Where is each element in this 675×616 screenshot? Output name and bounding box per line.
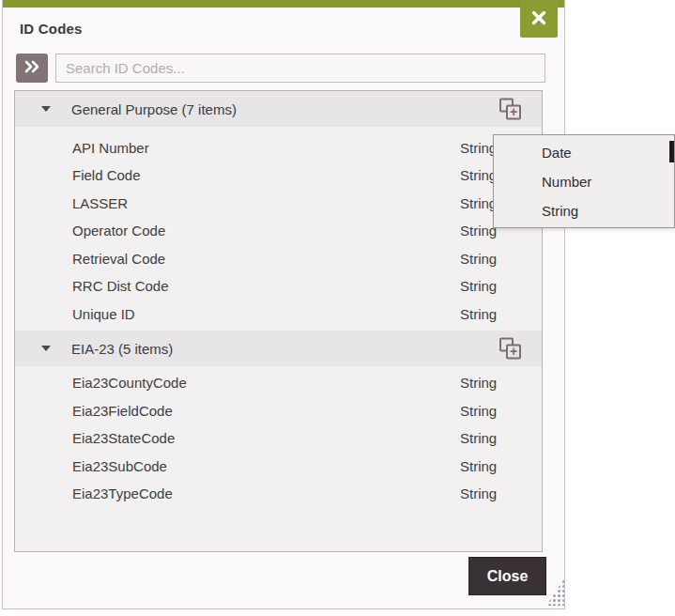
list-item[interactable]: Eia23StateCode String [15, 424, 542, 453]
close-button[interactable]: Close [468, 557, 546, 595]
item-name: Eia23StateCode [72, 424, 175, 453]
search-input[interactable] [55, 54, 545, 83]
id-codes-dialog: ID Codes General Purpose (7 items) + API… [2, 0, 565, 609]
dialog-accent-bar [3, 0, 564, 8]
item-type: String [460, 424, 497, 453]
double-chevron-right-icon [23, 59, 41, 77]
list-item[interactable]: Operator Code String [15, 217, 542, 245]
group-header-general-purpose[interactable]: General Purpose (7 items) + [15, 91, 542, 127]
list-item[interactable]: RRC Dist Code String [15, 272, 542, 300]
type-context-menu: Date Number String [493, 134, 675, 228]
item-name: Eia23SubCode [72, 453, 167, 481]
item-type: String [460, 134, 497, 162]
item-type: String [460, 272, 497, 300]
menu-item-string[interactable]: String [494, 196, 674, 225]
item-type: String [460, 480, 497, 508]
clipped-edge-artifact [669, 141, 674, 162]
item-type: String [460, 190, 497, 218]
menu-item-number[interactable]: Number [494, 167, 674, 196]
item-type: String [460, 369, 497, 397]
close-icon [531, 10, 546, 28]
plus-icon: + [506, 345, 521, 360]
item-name: RRC Dist Code [72, 272, 169, 300]
group-label: General Purpose (7 items) [71, 101, 237, 117]
item-type: String [460, 453, 497, 481]
item-name: Field Code [72, 162, 141, 190]
item-type: String [460, 245, 497, 273]
list-item[interactable]: Eia23TypeCode String [15, 480, 542, 508]
dialog-close-button[interactable] [520, 0, 558, 38]
item-name: LASSER [72, 190, 128, 218]
list-item[interactable]: Eia23FieldCode String [15, 397, 542, 425]
search-expand-button[interactable] [16, 54, 48, 83]
item-name: API Number [72, 134, 149, 162]
group-label: EIA-23 (5 items) [71, 341, 173, 357]
item-name: Eia23TypeCode [72, 480, 173, 508]
item-name: Operator Code [72, 217, 165, 245]
list-item[interactable]: Eia23CountyCode String [15, 369, 542, 397]
resize-grip[interactable] [546, 578, 564, 606]
id-codes-list: General Purpose (7 items) + API Number S… [14, 90, 543, 552]
item-name: Eia23CountyCode [72, 369, 187, 397]
collapse-arrow-icon [41, 346, 51, 351]
add-id-code-button[interactable]: + [499, 99, 521, 120]
item-name: Unique ID [72, 300, 135, 329]
menu-item-date[interactable]: Date [494, 138, 674, 167]
collapse-arrow-icon [41, 106, 51, 112]
item-type: String [460, 162, 497, 190]
add-id-code-button[interactable]: + [499, 338, 521, 360]
item-type: String [460, 397, 497, 425]
list-item[interactable]: Unique ID String [15, 300, 542, 329]
list-item[interactable]: API Number String [15, 134, 542, 162]
item-name: Eia23FieldCode [72, 397, 173, 425]
plus-icon: + [506, 105, 521, 120]
list-item[interactable]: Field Code String [15, 162, 542, 190]
dialog-title: ID Codes [20, 21, 83, 37]
list-item[interactable]: LASSER String [15, 190, 542, 218]
item-type: String [460, 217, 497, 245]
list-item[interactable]: Retrieval Code String [15, 245, 542, 273]
group-header-eia-23[interactable]: EIA-23 (5 items) + [15, 331, 542, 366]
item-name: Retrieval Code [72, 245, 165, 273]
list-item[interactable]: Eia23SubCode String [15, 453, 542, 481]
item-type: String [460, 300, 497, 329]
